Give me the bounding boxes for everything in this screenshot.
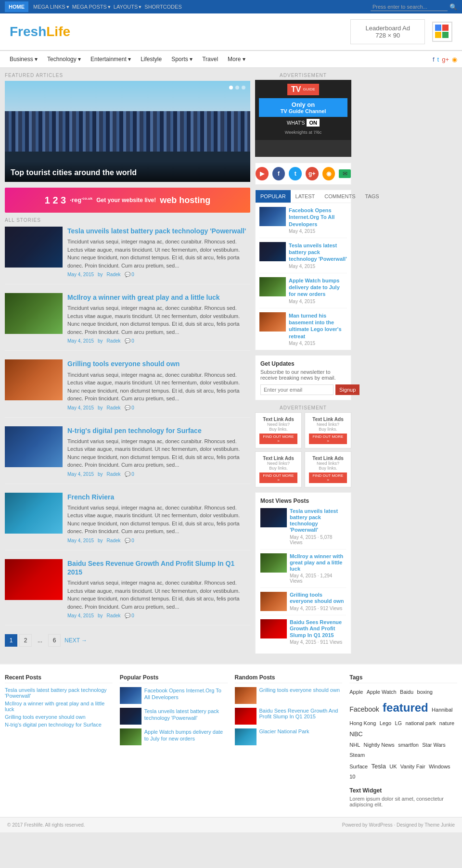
tab-tags[interactable]: TAGS <box>360 190 384 203</box>
email-icon[interactable]: ✉ <box>339 169 351 178</box>
page-6[interactable]: 6 <box>48 634 61 647</box>
featured-article[interactable]: Top tourist cities around the world <box>5 81 250 182</box>
recent-post-link-1[interactable]: Tesla unveils latest battery pack techno… <box>5 687 113 699</box>
tv-guide-ad[interactable]: TV GUIDE Only on TV Guide Channel WHAT'S… <box>255 80 351 157</box>
googleplus-header-icon[interactable]: g+ <box>442 56 449 63</box>
tag-nationalpark[interactable]: national park <box>406 720 436 726</box>
dot-2[interactable] <box>235 86 239 89</box>
tag-nightlynews[interactable]: Nightly News <box>364 742 395 748</box>
newsletter-signup-button[interactable]: Signup <box>335 384 359 395</box>
article-title-6[interactable]: Baidu Sees Revenue Growth And Profit Slu… <box>67 559 250 576</box>
youtube-icon[interactable]: ▶ <box>256 167 269 180</box>
article-title-3[interactable]: Grilling tools everyone should own <box>67 359 250 368</box>
tag-starwars[interactable]: Star Wars <box>422 742 446 748</box>
featured-title[interactable]: Top tourist cities around the world <box>11 168 244 177</box>
tag-smartfon[interactable]: smartfon <box>398 742 419 748</box>
tag-steam[interactable]: Steam <box>349 752 365 758</box>
cat-nav-more[interactable]: More ▾ <box>223 51 250 67</box>
article-title-2[interactable]: McIlroy a winner with great play and a l… <box>67 293 250 302</box>
tab-title-4[interactable]: Man turned his basement into the ultimat… <box>289 312 347 340</box>
tag-applewatch[interactable]: Apple Watch <box>367 689 397 695</box>
pop-link-3[interactable]: Apple Watch bumps delivery date to July … <box>144 728 228 742</box>
mv-title-1[interactable]: Tesla unveils latest battery pack techno… <box>290 508 346 534</box>
tag-boxing[interactable]: boxing <box>417 689 433 695</box>
article-title-1[interactable]: Tesla unveils latest battery pack techno… <box>67 227 250 235</box>
cat-nav-business[interactable]: Business ▾ <box>5 51 42 67</box>
facebook-icon[interactable]: f <box>272 167 285 180</box>
recent-post-link-2[interactable]: McIlroy a winner with great play and a l… <box>5 701 113 712</box>
search-icon[interactable]: 🔍 <box>449 3 457 11</box>
tab-popular[interactable]: POPULAR <box>256 190 291 203</box>
article-author-6[interactable]: Radek <box>107 613 121 618</box>
article-author-3[interactable]: Radek <box>107 405 121 410</box>
tab-latest[interactable]: LATEST <box>291 190 320 203</box>
tag-surface[interactable]: Surface <box>349 764 368 769</box>
newsletter-widget: Get Updates Subscribe to our newsletter … <box>255 355 351 400</box>
search-input[interactable] <box>371 3 448 11</box>
twitter-icon[interactable]: t <box>289 167 302 180</box>
facebook-header-icon[interactable]: f <box>433 56 435 63</box>
article-author-2[interactable]: Radek <box>107 338 121 344</box>
page-1[interactable]: 1 <box>5 634 17 647</box>
dot-1[interactable] <box>229 86 233 89</box>
recent-post-link-3[interactable]: Grilling tools everyone should own <box>5 714 113 720</box>
tag-nature[interactable]: nature <box>439 720 454 726</box>
mv-title-2[interactable]: McIlroy a winner with great play and a l… <box>290 553 346 573</box>
rand-link-2[interactable]: Baidu Sees Revenue Growth And Profit Slu… <box>259 708 343 719</box>
article-meta-4: May 4, 2015 byRadek 💬 0 <box>67 472 250 477</box>
tag-featured[interactable]: featured <box>383 701 428 714</box>
cat-nav-sports[interactable]: Sports ▾ <box>167 51 197 67</box>
nav-mega-posts[interactable]: MEGA POSTS ▾ <box>72 4 111 10</box>
tab-title-1[interactable]: Facebook Opens Internet.Org To All Devel… <box>289 207 347 228</box>
cat-nav-technology[interactable]: Technology ▾ <box>42 51 86 67</box>
tag-lego[interactable]: Lego <box>380 720 391 726</box>
tag-vanityfair[interactable]: Vanity Fair <box>400 764 425 769</box>
rand-link-1[interactable]: Grilling tools everyone should own <box>259 687 340 693</box>
tla-btn-2[interactable]: FIND OUT MORE > <box>309 434 347 444</box>
tab-comments[interactable]: COMMENTS <box>320 190 360 203</box>
cat-nav-entertainment[interactable]: Entertainment ▾ <box>86 51 136 67</box>
tag-nhl[interactable]: NHL <box>349 742 360 748</box>
tag-nbc[interactable]: NBC <box>349 730 362 738</box>
rand-link-3[interactable]: Glacier National Park <box>259 728 309 734</box>
googleplus-icon[interactable]: g+ <box>306 167 319 180</box>
page-2[interactable]: 2 <box>19 634 32 647</box>
nav-layouts[interactable]: LAYOUTS ▾ <box>114 4 142 10</box>
pop-link-2[interactable]: Tesla unveils latest battery pack techno… <box>144 708 228 722</box>
cat-nav-lifestyle[interactable]: Lifestyle <box>136 51 167 67</box>
mv-title-4[interactable]: Baidu Sees Revenue Growth And Profit Slu… <box>290 619 346 638</box>
nav-home[interactable]: HOME <box>5 1 28 12</box>
article-title-5[interactable]: French Riviera <box>67 493 250 501</box>
rss-icon[interactable]: ◉ <box>322 167 335 180</box>
twitter-header-icon[interactable]: t <box>437 56 439 63</box>
nav-shortcodes[interactable]: SHORTCODES <box>144 4 181 10</box>
tab-title-2[interactable]: Tesla unveils latest battery pack techno… <box>289 242 347 263</box>
article-author-4[interactable]: Radek <box>107 472 121 477</box>
tag-baidu[interactable]: Baidu <box>400 689 413 695</box>
tag-hannibal[interactable]: Hannibal <box>432 707 452 713</box>
article-author-5[interactable]: Radek <box>107 538 121 543</box>
tag-uk[interactable]: UK <box>389 764 397 769</box>
newsletter-email-input[interactable] <box>260 384 334 395</box>
tag-apple[interactable]: Apple <box>349 689 363 695</box>
mv-title-3[interactable]: Grilling tools everyone should own <box>290 592 346 604</box>
tla-btn-4[interactable]: FIND OUT MORE > <box>309 472 347 483</box>
article-title-4[interactable]: N-trig's digital pen technology for Surf… <box>67 426 250 435</box>
nav-mega-links[interactable]: MEGA LINKS ▾ <box>33 4 69 10</box>
ad-banner-123reg[interactable]: 1 2 3 ·reg·co.uk Get your website live! … <box>5 188 250 213</box>
page-next[interactable]: NEXT → <box>64 637 87 644</box>
tla-btn-1[interactable]: FIND OUT MORE > <box>259 434 297 444</box>
tab-title-3[interactable]: Apple Watch bumps delivery date to July … <box>289 277 347 298</box>
tla-btn-3[interactable]: FIND OUT MORE > <box>259 472 297 483</box>
tag-lg[interactable]: LG <box>395 720 402 726</box>
dot-3[interactable] <box>242 86 245 89</box>
site-logo[interactable]: FreshLife <box>10 24 70 39</box>
recent-post-link-4[interactable]: N-trig's digital pen technology for Surf… <box>5 722 113 728</box>
tag-hongkong[interactable]: Hong Kong <box>349 720 376 726</box>
cat-nav-travel[interactable]: Travel <box>197 51 223 67</box>
tag-facebook[interactable]: Facebook <box>349 705 379 713</box>
pop-link-1[interactable]: Facebook Opens Internet.Org To All Devel… <box>144 687 228 701</box>
tag-tesla[interactable]: Tesla <box>372 763 386 770</box>
rss-header-icon[interactable]: ◉ <box>452 56 457 63</box>
article-author-1[interactable]: Radek <box>107 272 121 277</box>
